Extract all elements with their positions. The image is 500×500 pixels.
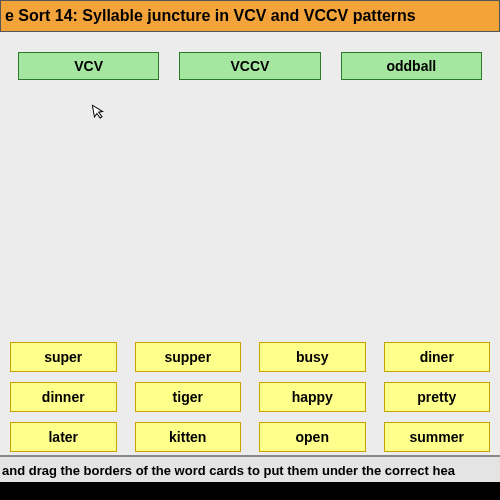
word-label: dinner bbox=[42, 389, 85, 405]
word-label: tiger bbox=[173, 389, 203, 405]
word-label: busy bbox=[296, 349, 329, 365]
word-label: summer bbox=[410, 429, 464, 445]
title-bar: e Sort 14: Syllable juncture in VCV and … bbox=[0, 0, 500, 32]
word-card[interactable]: open bbox=[259, 422, 366, 452]
word-card[interactable]: diner bbox=[384, 342, 491, 372]
category-oddball[interactable]: oddball bbox=[341, 52, 482, 80]
word-card[interactable]: tiger bbox=[135, 382, 242, 412]
word-card[interactable]: later bbox=[10, 422, 117, 452]
category-label: oddball bbox=[386, 58, 436, 74]
word-card[interactable]: summer bbox=[384, 422, 491, 452]
category-label: VCV bbox=[74, 58, 103, 74]
word-label: super bbox=[44, 349, 82, 365]
word-card[interactable]: super bbox=[10, 342, 117, 372]
category-label: VCCV bbox=[231, 58, 270, 74]
word-label: kitten bbox=[169, 429, 206, 445]
word-grid: super supper busy diner dinner tiger hap… bbox=[0, 342, 500, 452]
category-vcv[interactable]: VCV bbox=[18, 52, 159, 80]
word-card[interactable]: kitten bbox=[135, 422, 242, 452]
word-label: diner bbox=[420, 349, 454, 365]
word-label: later bbox=[48, 429, 78, 445]
bottom-strip bbox=[0, 482, 500, 500]
instruction-bar: and drag the borders of the word cards t… bbox=[0, 455, 500, 482]
category-row: VCV VCCV oddball bbox=[0, 32, 500, 80]
cursor-icon bbox=[91, 102, 109, 126]
word-label: open bbox=[296, 429, 329, 445]
word-label: happy bbox=[292, 389, 333, 405]
word-label: supper bbox=[164, 349, 211, 365]
word-card[interactable]: busy bbox=[259, 342, 366, 372]
word-card[interactable]: dinner bbox=[10, 382, 117, 412]
word-card[interactable]: happy bbox=[259, 382, 366, 412]
title-text: e Sort 14: Syllable juncture in VCV and … bbox=[5, 7, 416, 24]
instruction-text: and drag the borders of the word cards t… bbox=[2, 463, 455, 478]
category-vccv[interactable]: VCCV bbox=[179, 52, 320, 80]
word-card[interactable]: supper bbox=[135, 342, 242, 372]
word-label: pretty bbox=[417, 389, 456, 405]
word-card[interactable]: pretty bbox=[384, 382, 491, 412]
